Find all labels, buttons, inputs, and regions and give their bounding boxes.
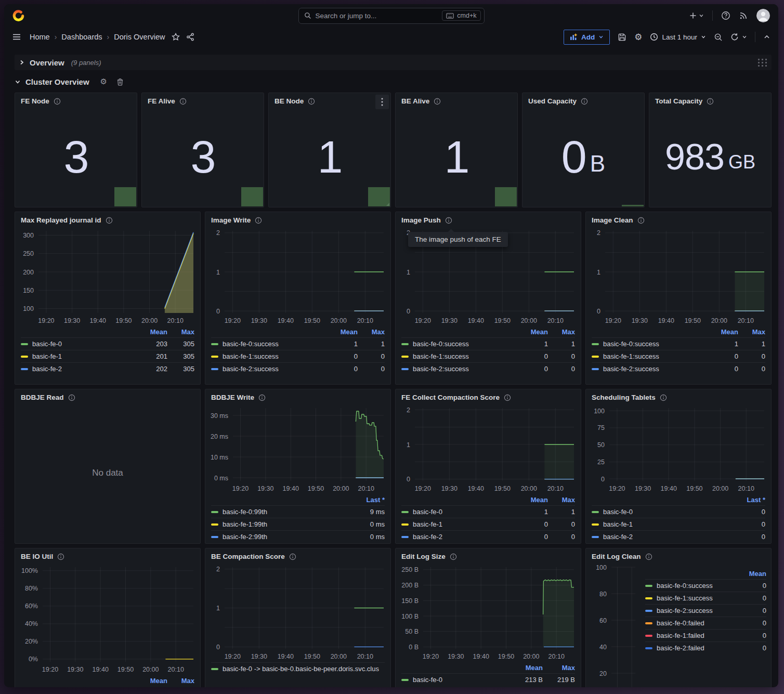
svg-text:19:50: 19:50 xyxy=(308,485,324,492)
legend-row[interactable]: basic-fe-0:failed0 xyxy=(645,617,766,629)
legend-row[interactable]: basic-fe-1201305 xyxy=(21,350,194,362)
collapse-toolbar-button[interactable] xyxy=(763,33,770,41)
info-icon[interactable] xyxy=(68,394,75,401)
time-series-chart[interactable]: 01219:2019:3019:4019:5020:0020:10 xyxy=(209,227,388,326)
breadcrumb-item-doris-overview[interactable]: Doris Overview xyxy=(114,33,165,41)
legend-row[interactable]: basic-fe-1:99th0 ms xyxy=(211,518,385,530)
favorite-star-button[interactable] xyxy=(172,33,180,41)
legend-row[interactable]: basic-fe-2:success0 xyxy=(645,604,766,617)
chevron-down-icon[interactable] xyxy=(742,34,747,40)
legend-row[interactable]: basic-fe-1:success00 xyxy=(211,350,385,362)
legend-column-header[interactable]: Max xyxy=(358,328,385,336)
time-series-chart[interactable]: 025507510019:2019:3019:4019:5020:0020:10 xyxy=(590,404,768,494)
info-icon[interactable] xyxy=(581,98,588,105)
legend-row[interactable]: basic-fe-100 xyxy=(401,518,575,530)
info-icon[interactable] xyxy=(450,553,457,560)
info-icon[interactable] xyxy=(645,553,652,560)
legend-column-header[interactable]: Mean xyxy=(140,328,167,336)
info-icon[interactable] xyxy=(434,98,441,105)
info-icon[interactable] xyxy=(54,98,61,105)
row-delete-button[interactable] xyxy=(116,77,124,86)
legend-row[interactable]: basic-fe-00 xyxy=(592,505,765,518)
legend-column-header[interactable]: Mean xyxy=(711,328,738,336)
legend-row[interactable]: basic-fe-0:success11 xyxy=(592,337,765,350)
info-icon[interactable] xyxy=(660,394,667,401)
info-icon[interactable] xyxy=(258,394,266,401)
add-button[interactable]: Add xyxy=(564,30,610,45)
info-icon[interactable] xyxy=(289,553,296,560)
time-series-chart[interactable]: 0 ms10 ms20 ms30 ms19:2019:3019:4019:502… xyxy=(209,404,388,494)
legend-row[interactable]: basic-fe-200 xyxy=(401,530,575,543)
search-input[interactable]: Search or jump to... cmd+k xyxy=(298,8,485,24)
info-icon[interactable] xyxy=(255,217,262,224)
legend-column-header[interactable]: Max xyxy=(738,328,765,336)
time-series-chart[interactable]: 01219:2019:3019:4019:5020:0020:10 xyxy=(399,404,578,494)
legend-row[interactable]: basic-fe-0203305 xyxy=(21,337,194,350)
new-menu-button[interactable] xyxy=(689,11,704,20)
zoom-out-button[interactable] xyxy=(714,33,723,42)
legend-row[interactable]: basic-fe-2:failed0 xyxy=(645,641,766,654)
dashboard-settings-button[interactable]: ⚙ xyxy=(634,32,642,43)
legend-row[interactable]: basic-fe-1:success00 xyxy=(401,350,575,362)
legend-row[interactable]: basic-fe-2:success00 xyxy=(592,362,765,375)
legend-row[interactable]: basic-fe-2:success00 xyxy=(211,362,385,375)
breadcrumb-item-home[interactable]: Home xyxy=(30,33,50,41)
save-dashboard-button[interactable] xyxy=(618,33,626,42)
legend-column-header[interactable]: Mean xyxy=(521,496,548,504)
help-button[interactable] xyxy=(721,11,730,20)
time-series-chart[interactable]: 10080604020 xyxy=(590,563,639,687)
time-range-picker[interactable]: Last 1 hour xyxy=(650,33,706,41)
legend-row[interactable]: basic-fe-1:failed0 xyxy=(645,629,766,641)
legend-row[interactable]: basic-fe-20 xyxy=(592,530,765,543)
legend-row[interactable]: basic-fe-0:success0 xyxy=(645,579,766,592)
legend-row[interactable]: basic-fe-2:success00 xyxy=(401,362,575,375)
row-header-cluster-overview[interactable]: Cluster Overview ⚙ xyxy=(15,74,772,89)
legend-column-header[interactable]: Max xyxy=(548,328,575,336)
legend-column-header[interactable]: Mean xyxy=(140,677,167,685)
legend-row[interactable]: basic-fe-0 -> basic-be-0.basic-be-peer.d… xyxy=(211,662,385,675)
info-icon[interactable] xyxy=(504,394,511,401)
legend-column-header[interactable]: Max xyxy=(548,496,575,504)
info-icon[interactable] xyxy=(57,553,64,560)
news-button[interactable] xyxy=(739,11,748,20)
legend-row[interactable]: basic-fe-1:success0 xyxy=(645,592,766,604)
refresh-button[interactable] xyxy=(730,33,739,41)
time-series-chart[interactable]: 0%20%40%60%80%100%19:2019:3019:4019:5020… xyxy=(19,563,198,675)
legend-column-header[interactable]: Mean xyxy=(331,328,358,336)
legend-column-header[interactable]: Max xyxy=(167,677,194,685)
info-icon[interactable] xyxy=(707,98,714,105)
info-icon[interactable] xyxy=(106,217,113,224)
legend-column-header[interactable]: Max xyxy=(167,328,194,336)
legend-row[interactable]: basic-fe-0:success11 xyxy=(401,337,575,350)
legend-row[interactable]: basic-fe-0213 B219 B xyxy=(401,673,575,686)
time-series-chart[interactable]: 01219:2019:3019:4019:5020:0020:10 xyxy=(590,227,768,326)
legend-column-header[interactable]: Mean xyxy=(511,664,543,672)
share-button[interactable] xyxy=(186,33,194,41)
info-icon[interactable] xyxy=(179,98,187,105)
time-series-chart[interactable]: 0 B50 B100 B150 B200 B250 B19:2019:3019:… xyxy=(399,563,578,662)
time-series-chart[interactable]: 01219:2019:3019:4019:5020:0020:10 xyxy=(209,563,388,662)
legend-row[interactable]: basic-fe-011 xyxy=(401,505,575,518)
legend-row[interactable]: basic-fe-0:success11 xyxy=(211,337,385,350)
breadcrumb-item-dashboards[interactable]: Dashboards xyxy=(61,33,102,41)
legend-column-header[interactable]: Mean xyxy=(521,328,548,336)
legend-row[interactable]: basic-fe-0:99th9 ms xyxy=(211,505,385,518)
time-series-chart[interactable]: 10015020025030019:2019:3019:4019:5020:00… xyxy=(19,227,198,326)
mega-menu-button[interactable] xyxy=(12,32,21,42)
info-icon[interactable] xyxy=(445,217,452,224)
legend-column-header[interactable]: Mean xyxy=(747,570,766,578)
legend-row[interactable]: basic-fe-2:99th0 ms xyxy=(211,530,385,543)
row-settings-gear-icon[interactable]: ⚙ xyxy=(100,77,107,86)
legend-column-header[interactable]: Last * xyxy=(729,496,765,504)
row-header-overview[interactable]: Overview (9 panels) xyxy=(15,55,772,70)
info-icon[interactable] xyxy=(308,98,315,105)
grafana-logo[interactable] xyxy=(12,9,25,22)
row-drag-handle[interactable] xyxy=(758,59,767,67)
legend-row[interactable]: basic-fe-10 xyxy=(592,518,765,530)
info-icon[interactable] xyxy=(637,217,645,224)
user-avatar[interactable] xyxy=(756,9,770,22)
legend-column-header[interactable]: Max xyxy=(543,664,575,672)
legend-row[interactable]: basic-fe-2202305 xyxy=(21,362,194,375)
legend-column-header[interactable]: Last * xyxy=(348,496,385,504)
legend-row[interactable]: basic-fe-1:success00 xyxy=(592,350,765,362)
